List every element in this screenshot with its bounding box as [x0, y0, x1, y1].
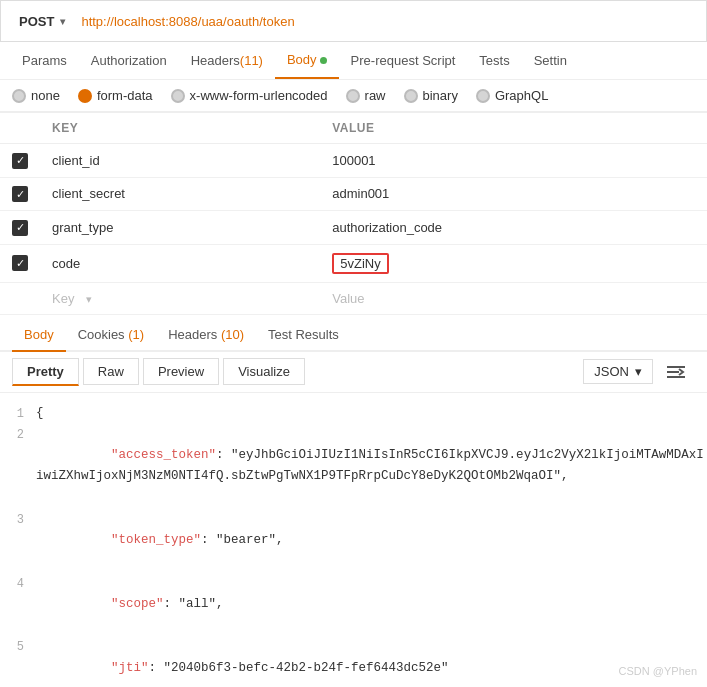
json-key-4: "scope"	[111, 597, 164, 611]
method-label: POST	[19, 14, 54, 29]
tab-headers-badge: (11)	[240, 53, 263, 68]
line-content-2: "access_token": "eyJhbGciOiJIUzI1NiIsInR…	[36, 424, 707, 509]
format-pretty-button[interactable]: Pretty	[12, 358, 79, 386]
checkbox-cell-3[interactable]: ✓	[0, 211, 40, 245]
body-type-binary[interactable]: binary	[404, 88, 458, 103]
format-raw-button[interactable]: Raw	[83, 358, 139, 385]
code-line-5: 5 "jti": "2040b6f3-befc-42b2-b24f-fef644…	[0, 636, 707, 687]
tab-params[interactable]: Params	[10, 43, 79, 78]
empty-key-cell[interactable]: Key ▾	[40, 282, 320, 314]
body-type-formdata-label: form-data	[97, 88, 153, 103]
body-type-graphql[interactable]: GraphQL	[476, 88, 548, 103]
table-row: ✓ client_secret admin001	[0, 177, 707, 211]
col-value-header: VALUE	[320, 113, 707, 144]
value-cell-4: 5vZiNy	[320, 244, 707, 282]
line-content-3: "token_type": "bearer",	[36, 509, 707, 573]
body-type-none-label: none	[31, 88, 60, 103]
checkbox-1[interactable]: ✓	[12, 153, 28, 169]
checkbox-2[interactable]: ✓	[12, 186, 28, 202]
rtab-cookies[interactable]: Cookies (1)	[66, 319, 156, 350]
empty-checkbox-cell	[0, 282, 40, 314]
tab-headers[interactable]: Headers(11)	[179, 43, 275, 78]
code-line-4: 4 "scope": "all",	[0, 573, 707, 637]
checkmark-icon: ✓	[16, 188, 25, 201]
table-row: ✓ grant_type authorization_code	[0, 211, 707, 245]
method-select[interactable]: POST ▾	[11, 10, 73, 33]
line-num-2: 2	[0, 424, 36, 445]
tab-authorization[interactable]: Authorization	[79, 43, 179, 78]
radio-none-icon	[12, 89, 26, 103]
wrap-icon-button[interactable]	[657, 359, 695, 385]
format-visualize-button[interactable]: Visualize	[223, 358, 305, 385]
body-type-raw-label: raw	[365, 88, 386, 103]
empty-value-cell[interactable]: Value	[320, 282, 707, 314]
line-num-1: 1	[0, 403, 36, 424]
body-type-urlencoded[interactable]: x-www-form-urlencoded	[171, 88, 328, 103]
col-checkbox	[0, 113, 40, 144]
body-type-binary-label: binary	[423, 88, 458, 103]
radio-urlencoded-icon	[171, 89, 185, 103]
wrap-lines-icon	[665, 363, 687, 381]
key-cell-2: client_secret	[40, 177, 320, 211]
checkbox-cell-4[interactable]: ✓	[0, 244, 40, 282]
value-cell-1: 100001	[320, 144, 707, 178]
json-format-select[interactable]: JSON ▾	[583, 359, 653, 384]
method-chevron-icon: ▾	[60, 16, 65, 27]
radio-raw-icon	[346, 89, 360, 103]
response-toolbar: Pretty Raw Preview Visualize JSON ▾	[0, 352, 707, 393]
chevron-down-icon: ▾	[86, 293, 92, 305]
table-row: ✓ code 5vZiNy	[0, 244, 707, 282]
checkmark-icon: ✓	[16, 257, 25, 270]
form-data-table: KEY VALUE ✓ client_id 100001 ✓ client_se…	[0, 112, 707, 315]
rtab-testresults[interactable]: Test Results	[256, 319, 351, 350]
body-type-none[interactable]: none	[12, 88, 60, 103]
key-cell-1: client_id	[40, 144, 320, 178]
format-preview-button[interactable]: Preview	[143, 358, 219, 385]
line-num-4: 4	[0, 573, 36, 594]
tab-body-label: Body	[287, 52, 317, 67]
body-type-row: none form-data x-www-form-urlencoded raw…	[0, 80, 707, 112]
radio-binary-icon	[404, 89, 418, 103]
url-input[interactable]	[81, 14, 696, 29]
tab-body-dot	[320, 57, 327, 64]
line-num-5: 5	[0, 636, 36, 657]
key-cell-4: code	[40, 244, 320, 282]
top-tab-nav: Params Authorization Headers(11) Body Pr…	[0, 42, 707, 80]
checkbox-4[interactable]: ✓	[12, 255, 28, 271]
line-num-3: 3	[0, 509, 36, 530]
code-line-1: 1 {	[0, 403, 707, 424]
key-cell-3: grant_type	[40, 211, 320, 245]
watermark: CSDN @YPhen	[619, 665, 697, 677]
tab-body[interactable]: Body	[275, 42, 339, 79]
response-tab-nav: Body Cookies (1) Headers (10) Test Resul…	[0, 319, 707, 352]
checkmark-icon: ✓	[16, 154, 25, 167]
tab-settings[interactable]: Settin	[522, 43, 579, 78]
body-type-raw[interactable]: raw	[346, 88, 386, 103]
rtab-headers-badge: (10)	[221, 327, 244, 342]
body-type-formdata[interactable]: form-data	[78, 88, 153, 103]
checkbox-cell-2[interactable]: ✓	[0, 177, 40, 211]
checkbox-3[interactable]: ✓	[12, 220, 28, 236]
code-line-2: 2 "access_token": "eyJhbGciOiJIUzI1NiIsI…	[0, 424, 707, 509]
highlighted-value: 5vZiNy	[332, 253, 388, 274]
json-format-label: JSON	[594, 364, 629, 379]
tab-prerequest[interactable]: Pre-request Script	[339, 43, 468, 78]
json-key-5: "jti"	[111, 661, 149, 675]
col-key-header: KEY	[40, 113, 320, 144]
value-cell-3: authorization_code	[320, 211, 707, 245]
json-key-2: "access_token"	[111, 448, 216, 462]
json-key-3: "token_type"	[111, 533, 201, 547]
checkbox-cell-1[interactable]: ✓	[0, 144, 40, 178]
empty-value-label: Value	[332, 291, 364, 306]
body-type-urlencoded-label: x-www-form-urlencoded	[190, 88, 328, 103]
checkmark-icon: ✓	[16, 221, 25, 234]
tab-tests[interactable]: Tests	[467, 43, 521, 78]
line-content-4: "scope": "all",	[36, 573, 707, 637]
table-row: ✓ client_id 100001	[0, 144, 707, 178]
empty-key-label: Key	[52, 291, 74, 306]
rtab-headers[interactable]: Headers (10)	[156, 319, 256, 350]
body-type-graphql-label: GraphQL	[495, 88, 548, 103]
rtab-cookies-badge: (1)	[128, 327, 144, 342]
rtab-body[interactable]: Body	[12, 319, 66, 352]
empty-row: Key ▾ Value	[0, 282, 707, 314]
